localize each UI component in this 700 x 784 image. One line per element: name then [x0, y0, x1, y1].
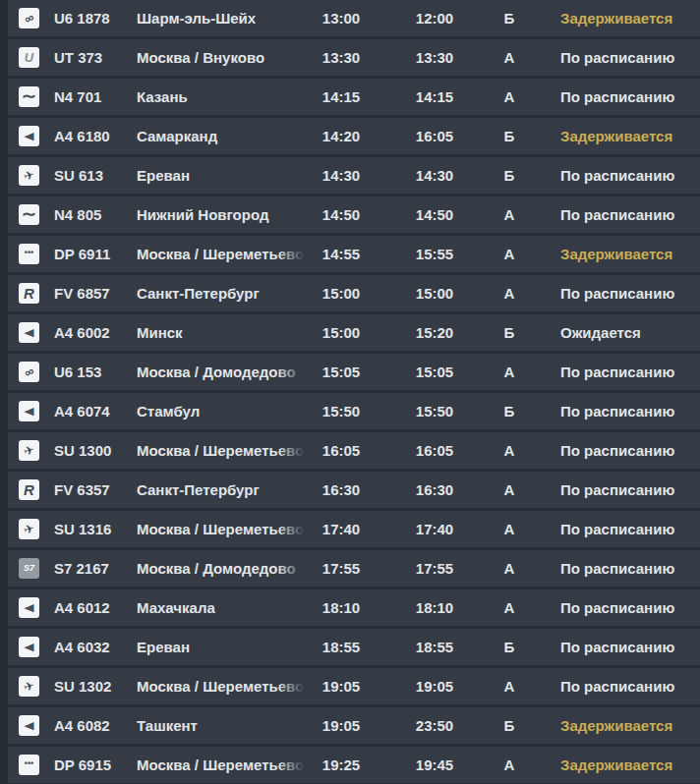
flight-row[interactable]: ✈ SU 613 Ереван 14:30 14:30 Б По расписа…: [8, 157, 700, 194]
flight-status: По расписанию: [560, 481, 700, 498]
scheduled-time: 13:30: [310, 49, 373, 66]
flight-number: DP 6915: [54, 756, 137, 773]
flight-row[interactable]: ◀ A4 6012 Махачкала 18:10 18:10 А По рас…: [8, 589, 700, 626]
azimuth-logo-icon: ◀: [19, 126, 39, 146]
actual-time: 16:05: [403, 128, 466, 144]
terminal-letter: Б: [480, 10, 539, 27]
destination: Ереван: [137, 167, 310, 184]
destination: Москва / Шереметьево: [137, 756, 310, 773]
flight-status: По расписанию: [560, 599, 700, 616]
flight-row[interactable]: ◀ A4 6074 Стамбул 15:50 15:50 Б По распи…: [8, 393, 700, 429]
terminal-letter: А: [480, 285, 539, 302]
flight-row[interactable]: ∼ N4 701 Казань 14:15 14:15 А По расписа…: [8, 79, 700, 115]
actual-time: 14:15: [403, 88, 466, 105]
flight-row[interactable]: R FV 6357 Санкт-Петербург 16:30 16:30 А …: [8, 472, 700, 508]
terminal-letter: Б: [480, 403, 539, 420]
flight-number: N4 805: [54, 206, 137, 223]
flight-number: SU 613: [54, 167, 137, 184]
flight-row[interactable]: U UT 373 Москва / Внуково 13:30 13:30 А …: [8, 39, 700, 76]
flight-number: A4 6082: [54, 717, 137, 734]
destination: Ташкент: [137, 717, 310, 734]
actual-time: 15:20: [403, 324, 466, 341]
flight-status: По расписанию: [560, 521, 700, 537]
actual-time: 17:55: [403, 560, 466, 577]
scheduled-time: 13:00: [310, 10, 373, 27]
flight-row[interactable]: ••• DP 6915 Москва / Шереметьево 19:25 1…: [8, 747, 700, 783]
actual-time: 23:50: [403, 717, 466, 734]
scheduled-time: 14:55: [310, 246, 373, 262]
flight-row[interactable]: ••• DP 6911 Москва / Шереметьево 14:55 1…: [8, 236, 700, 272]
flight-row[interactable]: ∞ U6 1878 Шарм-эль-Шейх 13:00 12:00 Б За…: [8, 0, 700, 36]
terminal-letter: А: [480, 206, 539, 223]
actual-time: 14:50: [403, 206, 466, 223]
actual-time: 17:40: [403, 521, 466, 537]
actual-time: 15:50: [403, 403, 466, 420]
terminal-letter: А: [480, 599, 539, 616]
actual-time: 15:55: [403, 246, 466, 262]
actual-time: 18:10: [403, 599, 466, 616]
flight-row[interactable]: ∞ U6 153 Москва / Домодедово 15:05 15:05…: [8, 354, 700, 390]
flight-number: A4 6002: [54, 324, 137, 341]
scheduled-time: 15:50: [310, 403, 373, 420]
actual-time: 16:30: [403, 481, 466, 498]
destination: Москва / Шереметьево: [137, 521, 310, 537]
flight-status: Задерживается: [560, 756, 700, 773]
terminal-letter: А: [480, 481, 539, 498]
aeroflot-logo-icon: ✈: [19, 519, 39, 539]
flight-row[interactable]: ◀ A4 6180 Самарканд 14:20 16:05 Б Задерж…: [8, 118, 700, 154]
destination: Стамбул: [137, 403, 310, 420]
flight-status: По расписанию: [560, 88, 700, 105]
nordwind-logo-icon: ∼: [19, 86, 39, 107]
destination: Махачкала: [137, 599, 310, 616]
scheduled-time: 18:55: [310, 639, 373, 655]
flight-number: A4 6012: [54, 599, 137, 616]
flight-status: По расписанию: [560, 167, 700, 184]
actual-time: 19:45: [403, 756, 466, 773]
flight-status: Задерживается: [560, 10, 700, 27]
flight-number: N4 701: [54, 88, 137, 105]
utair-logo-icon: U: [19, 47, 39, 68]
terminal-letter: Б: [480, 717, 539, 734]
scheduled-time: 16:05: [310, 442, 373, 459]
terminal-letter: А: [480, 678, 539, 695]
nordwind-logo-icon: ∼: [19, 204, 39, 225]
actual-time: 15:00: [403, 285, 466, 302]
destination: Москва / Внуково: [137, 49, 310, 66]
flight-row[interactable]: R FV 6857 Санкт-Петербург 15:00 15:00 А …: [8, 275, 700, 311]
destination: Москва / Шереметьево: [137, 442, 310, 459]
destination: Самарканд: [137, 128, 310, 144]
flight-row[interactable]: ∼ N4 805 Нижний Новгород 14:50 14:50 А П…: [8, 196, 700, 233]
flight-number: DP 6911: [54, 246, 137, 262]
terminal-letter: Б: [480, 167, 539, 184]
actual-time: 15:05: [403, 364, 466, 380]
flight-number: SU 1300: [54, 442, 137, 459]
scheduled-time: 14:20: [310, 128, 373, 144]
scheduled-time: 17:40: [310, 521, 373, 537]
terminal-letter: Б: [480, 324, 539, 341]
terminal-letter: А: [480, 560, 539, 577]
destination: Москва / Шереметьево: [137, 678, 310, 695]
aeroflot-logo-icon: ✈: [19, 165, 39, 186]
flight-number: A4 6074: [54, 403, 137, 420]
flight-row[interactable]: ◀ A4 6082 Ташкент 19:05 23:50 Б Задержив…: [8, 707, 700, 744]
actual-time: 16:05: [403, 442, 466, 459]
destination: Казань: [137, 88, 310, 105]
destination: Санкт-Петербург: [137, 285, 310, 302]
flight-number: FV 6357: [54, 481, 137, 498]
flight-row[interactable]: ✈ SU 1300 Москва / Шереметьево 16:05 16:…: [8, 432, 700, 469]
flight-row[interactable]: ◀ A4 6032 Ереван 18:55 18:55 Б По распис…: [8, 629, 700, 665]
actual-time: 12:00: [403, 10, 466, 27]
flight-number: SU 1302: [54, 678, 137, 695]
terminal-letter: А: [480, 521, 539, 537]
flight-row[interactable]: ✈ SU 1316 Москва / Шереметьево 17:40 17:…: [8, 511, 700, 547]
destination: Нижний Новгород: [137, 206, 310, 223]
scheduled-time: 15:00: [310, 285, 373, 302]
terminal-letter: А: [480, 49, 539, 66]
scheduled-time: 14:15: [310, 88, 373, 105]
azimuth-logo-icon: ◀: [19, 322, 39, 343]
aeroflot-logo-icon: ✈: [19, 440, 39, 461]
flight-row[interactable]: ◀ A4 6002 Минск 15:00 15:20 Б Ожидается: [8, 314, 700, 351]
flight-row[interactable]: S7 S7 2167 Москва / Домодедово 17:55 17:…: [8, 550, 700, 587]
flight-row[interactable]: ✈ SU 1302 Москва / Шереметьево 19:05 19:…: [8, 668, 700, 704]
flight-status: По расписанию: [560, 678, 700, 695]
